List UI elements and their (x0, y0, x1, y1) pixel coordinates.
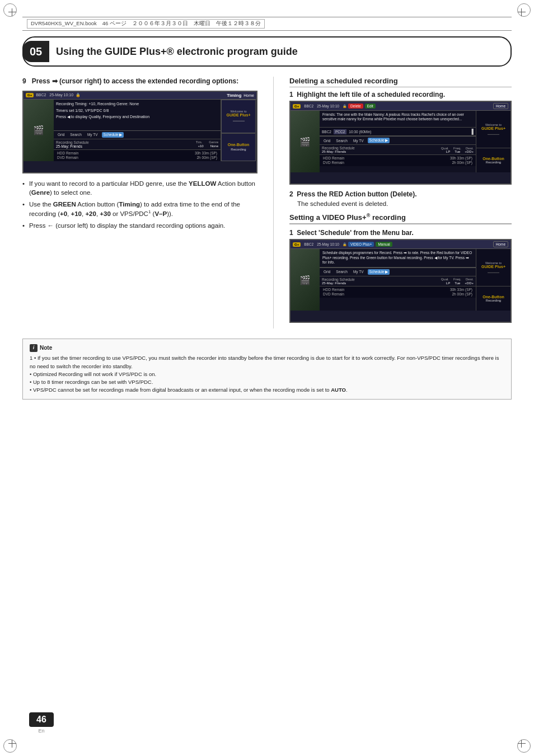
hdd-label-del: HDD Remain (323, 156, 344, 160)
schedule-entry-1: 25-May: Friends (56, 144, 82, 148)
bullet-1: If you want to record to a particular HD… (22, 179, 257, 197)
hdd-del: HDD Remain 30h 33m (SP) DVD Remain 2h 00… (320, 154, 476, 166)
col-dest-vp: Dest. (466, 278, 474, 281)
left-column: 9 Press ➡ (cursor right) to access the e… (22, 77, 257, 328)
entry-tim: +10 (198, 144, 203, 148)
channel-info-1: BBC2 25-May 10:10 🔒 (36, 93, 224, 97)
nav-schedule-vp[interactable]: Schedule ▶ (368, 269, 390, 275)
gplus-line-vp: ━━━━━━━ (488, 271, 499, 274)
genre-label: Genre (31, 189, 50, 196)
delete-section-header: Deleting a scheduled recording (289, 77, 512, 87)
dvd-val-vp: 2h 00m (SP) (452, 292, 473, 296)
videoplus-section-title: Setting a VIDEO Plus+® recording (289, 213, 512, 224)
arrow-right-icon: ➡ (cursor right) to access the extended … (52, 77, 238, 85)
home-vp[interactable]: Home (493, 241, 508, 247)
recording-schedule-1: Recording Schedule Tim. Genre 25-May: Fr… (54, 139, 221, 149)
dvd-row-1: DVD Remain 2h 00m (SP) (57, 156, 217, 159)
lock-vp: 🔒 (343, 242, 346, 246)
press-label: Press (32, 77, 50, 85)
videoplus-title-text: Setting a VIDEO Plus+ (289, 213, 367, 222)
sched-row-del: 25-May: Friends LP Tue +DD+ (322, 150, 474, 153)
col-tim: Tim. (196, 140, 202, 144)
corner-mark-tr (516, 7, 527, 18)
nav-search-vp[interactable]: Search (334, 269, 349, 274)
onebtn-vp: One-Button Recording (476, 286, 510, 311)
edit-btn[interactable]: Edit (365, 104, 376, 109)
press-info: Press ◀ to display Quality, Frequency an… (56, 114, 218, 119)
lock-del: 🔒 (343, 104, 346, 108)
entry-qual-vp: LP (446, 281, 450, 285)
col-dest-del: Dest. (466, 147, 474, 150)
nav-grid-del[interactable]: Grid (322, 138, 332, 143)
vp-label: V–P (154, 210, 167, 217)
plus30: +30 (100, 210, 111, 217)
nav-mytv-del[interactable]: My TV (352, 138, 366, 143)
home-del[interactable]: Home (493, 103, 508, 109)
nav-schedule-del[interactable]: Schedule ▶ (368, 138, 390, 143)
chapter-number: 05 (22, 41, 49, 62)
tv-top-bar-1: G+ BBC2 25-May 10:10 🔒 Timing Home (24, 92, 256, 100)
col-freq-vp: Freq. (453, 278, 461, 281)
nav-grid-1[interactable]: Grid (56, 132, 66, 137)
channel-vp: BBC2 (304, 242, 313, 246)
hdd-dvd-bar-1: HDD Remain 30h 33m (SP) DVD Remain 2h 00… (54, 149, 221, 161)
tv-action-bar-delete: G+ BBC2 25-May 10:10 🔒 Delete Edit Home (291, 102, 510, 111)
left-instruction: 9 Press ➡ (cursor right) to access the e… (22, 77, 257, 86)
nav-mytv-vp[interactable]: My TV (352, 269, 366, 274)
tv-screen-1: G+ BBC2 25-May 10:10 🔒 Timing Home 🎬 (22, 91, 257, 173)
tv-nav-bar-vp: Grid Search My TV Schedule ▶ (320, 267, 476, 276)
bullet-3: Press ← (cursor left) to display the sta… (22, 221, 257, 230)
videoplus-step1-label: 1 Select 'Schedule' from the Menu bar. (289, 229, 512, 237)
entry-qual-del: LP (446, 150, 450, 153)
plus10: +10 (71, 210, 82, 217)
tv-thumb-vp: 🎬 (291, 249, 320, 311)
tv-thumb-1: 🎬 (24, 100, 54, 161)
tv-screen-videoplus: G+ BBC2 25-May 10:10 🔒 VIDEO Plus+ Manua… (289, 239, 512, 323)
videoplus-btn[interactable]: VIDEO Plus+ (348, 242, 374, 247)
footnote-1: 1 (148, 209, 151, 214)
auto-label: AUTO (331, 387, 346, 393)
delete-step1-num: 1 (289, 91, 295, 98)
nav-mytv-1[interactable]: My TV (86, 132, 100, 137)
entry-dest-del: +DD+ (465, 150, 474, 153)
corner-mark-tl (7, 7, 18, 18)
plus0: +0 (60, 210, 67, 217)
nav-grid-vp[interactable]: Grid (322, 269, 332, 274)
tv-nav-bar-del: Grid Search My TV Schedule ▶ (320, 136, 476, 144)
videoplus-step1-num: 1 (289, 229, 295, 237)
delete-step2-sub: The scheduled event is deleted. (297, 200, 512, 207)
nav-search-del[interactable]: Search (334, 138, 349, 143)
guide-logo-del: G+ (293, 104, 301, 109)
schedule-row-1: 25-May: Friends +10 None (56, 144, 218, 148)
note-item-1: 1 • If you set the timer recording to us… (30, 354, 504, 370)
desc-box-del: Friends: The one with the Male Nanny: A … (320, 111, 476, 128)
manual-btn[interactable]: Manual (376, 242, 392, 247)
dvd-label-del: DVD Remain (323, 161, 344, 165)
tv-action-bar-vp: G+ BBC2 25-May 10:10 🔒 VIDEO Plus+ Manua… (291, 240, 510, 249)
hdd-row-1: HDD Remain 30h 33m (SP) (57, 151, 217, 155)
note-title: i Note (30, 344, 504, 352)
home-btn-1: Home (243, 93, 254, 97)
file-info: DVR540HXS_WV_EN.book 46 ページ ２００６年３月３０日 木… (27, 19, 265, 29)
sched-row-vp: 25-May: Friends LP Tue +DD+ (322, 281, 474, 285)
onebtn-sub-del: Recording (486, 161, 501, 164)
nav-schedule-1[interactable]: Schedule ▶ (102, 132, 124, 138)
guide-plus-line-1: ━━━━━━━ (233, 119, 245, 123)
desc-box-vp: Schedule displays programmes for Record.… (320, 249, 476, 267)
right-column: Deleting a scheduled recording 1 Highlig… (289, 77, 512, 328)
nav-search-1[interactable]: Search (68, 132, 83, 137)
thumb-del: 🎬 (291, 111, 320, 172)
note-footnote-num: 1 (30, 355, 34, 361)
welcome-box-1: Welcome to GUIDE Plus+ ━━━━━━━ (221, 100, 256, 133)
sched-del: Recording Schedule Qual. Freq. Dest. 25-… (320, 144, 476, 154)
note-item-2: • Optimized Recording will not work if V… (30, 370, 504, 378)
desc-text-vp: Schedule displays programmes for Record.… (322, 251, 472, 264)
desc-text-del: Friends: The one with the Male Nanny: A … (322, 112, 464, 121)
entry-genre: None (210, 144, 218, 148)
corner-mark-br (516, 738, 527, 749)
delete-btn[interactable]: Delete (348, 104, 363, 109)
note-label: Note (40, 344, 52, 352)
thumb-vp: 🎬 (291, 249, 320, 311)
note-item-4: • VPS/PDC cannot be set for recordings m… (30, 386, 504, 394)
hdd-val-del: 30h 33m (SP) (450, 156, 472, 160)
